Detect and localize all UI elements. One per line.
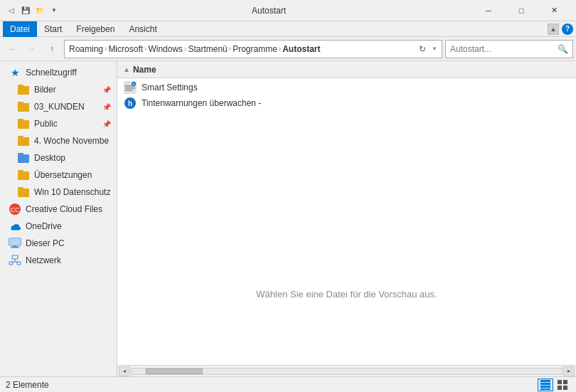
sidebar-item-win10[interactable]: Win 10 Datenschutz	[0, 184, 117, 201]
collapse-ribbon-icon[interactable]: ▲	[548, 23, 559, 35]
dieser-pc-icon	[9, 237, 21, 250]
sidebar-label-bilder: Bilder	[34, 85, 56, 95]
sidebar-item-desktop[interactable]: Desktop	[0, 149, 117, 166]
hscroll-thumb[interactable]	[146, 369, 203, 374]
file-name-tintenwarnungen: Tintenwarnungen überwachen -	[142, 98, 261, 108]
svg-rect-17	[9, 238, 21, 245]
title-bar-icons: ◁ 💾 📁 ▼	[6, 5, 60, 16]
desktop-icon	[17, 152, 30, 164]
sidebar-label-win10: Win 10 Datenschutz	[34, 187, 110, 197]
onedrive-icon	[9, 220, 21, 233]
svg-text:CC: CC	[11, 206, 20, 213]
sidebar-label-kunden: 03_KUNDEN	[34, 102, 85, 112]
menu-freigeben[interactable]: Freigeben	[69, 21, 122, 37]
svg-rect-28	[125, 88, 135, 89]
window-icon-folder: 📁	[34, 5, 46, 16]
forward-button[interactable]: →	[23, 40, 41, 58]
file-item-tintenwarnungen[interactable]: h Tintenwarnungen überwachen -	[117, 95, 576, 111]
address-bar[interactable]: Roaming › Microsoft › Windows › Startmen…	[64, 40, 442, 58]
svg-rect-39	[563, 380, 567, 384]
svg-rect-35	[540, 383, 550, 385]
file-item-smart-settings[interactable]: ⚙ Smart Settings	[117, 80, 576, 95]
search-icon: 🔍	[558, 44, 568, 54]
public-pin-icon: 📌	[102, 120, 111, 128]
sidebar-item-uebersetzungen[interactable]: Übersetzungen	[0, 166, 117, 184]
sidebar-item-netzwerk[interactable]: Netzwerk	[0, 252, 117, 269]
svg-rect-13	[18, 187, 23, 189]
smart-settings-icon: ⚙	[123, 80, 137, 95]
up-button[interactable]: ↑	[43, 40, 61, 58]
menu-start[interactable]: Start	[37, 21, 69, 37]
svg-text:⚙: ⚙	[132, 83, 135, 86]
uebersetzungen-icon	[17, 169, 30, 181]
main: ★ Schnellzugriff Bilder 📌 03_KUNDEN 📌 Pu…	[0, 61, 576, 376]
netzwerk-icon	[9, 254, 21, 267]
search-input[interactable]	[450, 44, 558, 54]
svg-rect-38	[558, 380, 562, 384]
crumb-programme: Programme	[233, 44, 277, 54]
file-name-smart-settings: Smart Settings	[142, 83, 198, 92]
menu-ansicht[interactable]: Ansicht	[122, 21, 164, 37]
public-icon	[17, 117, 30, 130]
crumb-startmenu: Startmenü	[188, 44, 227, 54]
sidebar-item-woche[interactable]: 4. Woche Novembe	[0, 132, 117, 149]
preview-text: Wählen Sie eine Datei für die Vorschau a…	[256, 289, 437, 300]
back-button[interactable]: ←	[3, 40, 21, 58]
sidebar-item-dieser-pc[interactable]: Dieser PC	[0, 235, 117, 252]
window-icon-back: ◁	[6, 5, 17, 16]
svg-rect-34	[540, 380, 550, 382]
column-header: ▲ Name	[117, 61, 576, 78]
preview-area: Wählen Sie eine Datei für die Vorschau a…	[117, 223, 576, 366]
status-text: 2 Elemente	[6, 380, 49, 390]
minimize-button[interactable]: ─	[472, 0, 505, 21]
svg-rect-2	[18, 103, 29, 112]
maximize-button[interactable]: □	[505, 0, 538, 21]
svg-rect-19	[11, 247, 19, 248]
svg-rect-37	[540, 388, 550, 390]
tintenwarnungen-icon: h	[123, 96, 137, 110]
window-controls[interactable]: ─ □ ✕	[472, 0, 570, 21]
hscroll-right-button[interactable]: ▸	[563, 366, 575, 376]
svg-rect-29	[125, 90, 132, 91]
svg-text:h: h	[128, 100, 132, 107]
svg-rect-1	[18, 85, 23, 87]
sidebar-item-kunden[interactable]: 03_KUNDEN 📌	[0, 98, 117, 115]
sidebar-item-creative-cloud[interactable]: CC Creative Cloud Files	[0, 201, 117, 218]
sidebar: ★ Schnellzugriff Bilder 📌 03_KUNDEN 📌 Pu…	[0, 61, 117, 376]
tiles-view-button[interactable]	[555, 378, 570, 391]
sidebar-item-bilder[interactable]: Bilder 📌	[0, 81, 117, 98]
sidebar-label-public: Public	[34, 119, 58, 129]
address-refresh-button[interactable]: ↻	[415, 41, 430, 57]
view-icons	[538, 378, 570, 391]
sidebar-item-onedrive[interactable]: OneDrive	[0, 218, 117, 235]
menu-datei[interactable]: Datei	[3, 21, 37, 37]
svg-rect-40	[558, 386, 562, 390]
svg-rect-11	[18, 170, 23, 172]
crumb-microsoft: Microsoft	[108, 44, 143, 54]
bilder-pin-icon: 📌	[102, 86, 111, 94]
menu-bar: Datei Start Freigeben Ansicht ▲ ?	[0, 21, 576, 37]
kunden-pin-icon: 📌	[102, 103, 111, 111]
close-button[interactable]: ✕	[538, 0, 570, 21]
sidebar-label-onedrive: OneDrive	[26, 221, 62, 231]
svg-rect-21	[9, 262, 13, 265]
search-bar[interactable]: 🔍	[445, 40, 573, 58]
sidebar-item-schnellzugriff[interactable]: ★ Schnellzugriff	[0, 64, 117, 81]
crumb-roaming: Roaming	[69, 44, 103, 54]
title-bar: ◁ 💾 📁 ▼ Autostart ─ □ ✕	[0, 0, 576, 21]
svg-rect-7	[18, 136, 23, 138]
svg-rect-36	[540, 386, 550, 388]
sidebar-label-woche: 4. Woche Novembe	[34, 136, 109, 146]
hscroll-track[interactable]	[131, 368, 562, 375]
hscroll-left-button[interactable]: ◂	[119, 366, 130, 376]
svg-rect-18	[13, 245, 17, 247]
window-icon-save: 💾	[20, 5, 31, 16]
file-area: ▲ Name ⚙	[117, 61, 576, 376]
help-icon[interactable]: ?	[562, 23, 573, 35]
sidebar-label-uebersetzungen: Übersetzungen	[34, 170, 92, 180]
details-view-button[interactable]	[538, 378, 553, 391]
creative-cloud-icon: CC	[9, 203, 21, 216]
sidebar-item-public[interactable]: Public 📌	[0, 115, 117, 132]
address-dropdown-icon[interactable]: ▼	[432, 46, 437, 52]
hscroll-bar[interactable]: ◂ ▸	[117, 365, 576, 376]
